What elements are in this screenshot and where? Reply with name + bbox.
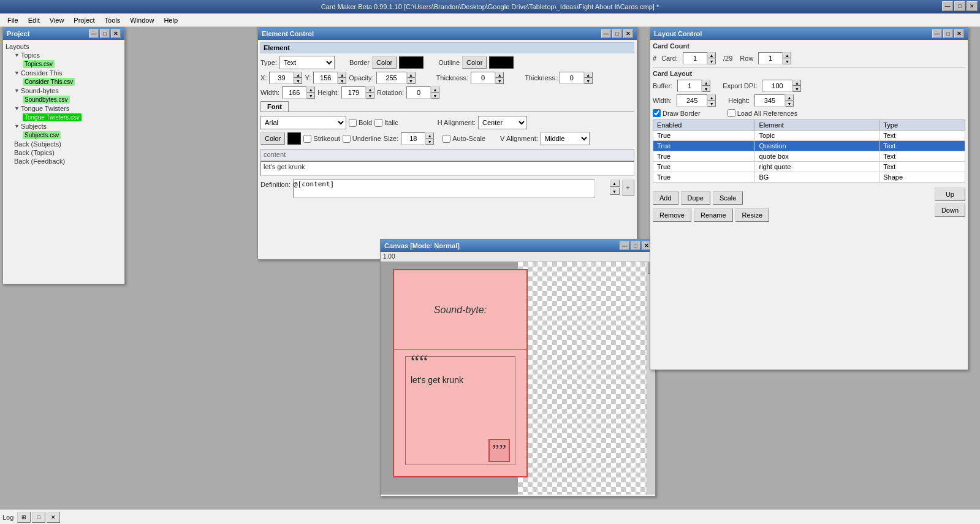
buffer-down-btn[interactable]: ▼ xyxy=(702,86,710,92)
sidebar-item-soundbytes[interactable]: ▼ Sound-bytes xyxy=(14,86,122,95)
export-dpi-up-btn[interactable]: ▲ xyxy=(792,80,801,86)
element-max-btn[interactable]: □ xyxy=(612,29,622,38)
size-down-btn[interactable]: ▼ xyxy=(425,139,434,145)
menu-help[interactable]: Help xyxy=(159,15,183,25)
close-button[interactable]: ✕ xyxy=(967,1,978,11)
table-row[interactable]: True quote box Text xyxy=(653,151,965,162)
table-row[interactable]: True right quote Text xyxy=(653,162,965,172)
card-num-down-btn[interactable]: ▼ xyxy=(707,58,716,64)
log-btn2[interactable]: □ xyxy=(32,512,45,523)
x-input[interactable] xyxy=(269,72,294,84)
size-up-btn[interactable]: ▲ xyxy=(425,132,434,139)
layout-height-up-btn[interactable]: ▲ xyxy=(785,94,794,101)
rotation-up-btn[interactable]: ▲ xyxy=(431,86,439,93)
project-close-btn[interactable]: ✕ xyxy=(111,29,121,38)
height-input[interactable] xyxy=(341,86,366,99)
sidebar-item-back-feedback[interactable]: Back (Feedback) xyxy=(14,157,122,165)
row-input[interactable] xyxy=(758,52,783,64)
rename-button[interactable]: Rename xyxy=(694,208,733,222)
export-dpi-input[interactable] xyxy=(762,80,792,92)
border-thickness-input[interactable] xyxy=(471,72,495,84)
rotation-down-btn[interactable]: ▼ xyxy=(431,93,439,99)
sidebar-item-back-subjects[interactable]: Back (Subjects) xyxy=(14,140,122,148)
buffer-input[interactable] xyxy=(677,80,702,92)
up-button[interactable]: Up xyxy=(935,188,965,201)
definition-down-btn[interactable]: ▼ xyxy=(610,188,620,195)
border-color-swatch[interactable] xyxy=(399,56,424,69)
autoscale-checkbox[interactable] xyxy=(443,135,450,143)
rotation-input[interactable] xyxy=(406,86,431,99)
menu-edit[interactable]: Edit xyxy=(23,15,45,25)
maximize-button[interactable]: □ xyxy=(954,1,965,11)
border-color-button[interactable]: Color xyxy=(372,56,397,69)
font-color-swatch[interactable] xyxy=(287,132,301,145)
y-down-btn[interactable]: ▼ xyxy=(338,78,346,84)
project-min-btn[interactable]: — xyxy=(89,29,99,38)
scale-button[interactable]: Scale xyxy=(713,191,743,205)
y-input[interactable] xyxy=(313,72,338,84)
down-button[interactable]: Down xyxy=(935,203,965,217)
layout-width-up-btn[interactable]: ▲ xyxy=(707,94,716,101)
buffer-up-btn[interactable]: ▲ xyxy=(702,80,710,86)
card-num-input[interactable] xyxy=(683,52,707,64)
layout-close-btn[interactable]: ✕ xyxy=(954,29,964,38)
type-select[interactable]: Text xyxy=(279,56,335,69)
layout-max-btn[interactable]: □ xyxy=(943,29,953,38)
width-down-btn[interactable]: ▼ xyxy=(306,93,315,99)
layout-height-down-btn[interactable]: ▼ xyxy=(785,101,794,107)
sidebar-item-topics-csv[interactable]: Topics.csv xyxy=(23,59,122,69)
sidebar-item-tongue-csv[interactable]: Tongue Twisters.csv xyxy=(23,113,122,122)
border-thickness-down-btn[interactable]: ▼ xyxy=(495,78,504,84)
row-up-btn[interactable]: ▲ xyxy=(783,52,791,58)
card-num-up-btn[interactable]: ▲ xyxy=(707,52,716,58)
export-dpi-down-btn[interactable]: ▼ xyxy=(792,86,801,92)
layout-width-input[interactable] xyxy=(677,94,707,107)
outline-color-swatch[interactable] xyxy=(489,56,514,69)
bold-checkbox[interactable] xyxy=(349,119,357,127)
definition-up-btn[interactable]: ▲ xyxy=(610,180,620,187)
outline-thickness-input[interactable] xyxy=(560,72,584,84)
draw-border-checkbox[interactable] xyxy=(653,109,661,117)
sidebar-item-subjects[interactable]: ▼ Subjects xyxy=(14,122,122,131)
width-up-btn[interactable]: ▲ xyxy=(306,86,315,93)
load-refs-checkbox[interactable] xyxy=(727,109,735,117)
menu-tools[interactable]: Tools xyxy=(100,15,126,25)
sidebar-item-soundbytes-csv[interactable]: Soundbytes.csv xyxy=(23,95,122,104)
strikeout-checkbox[interactable] xyxy=(303,135,311,143)
menu-file[interactable]: File xyxy=(2,15,23,25)
minimize-button[interactable]: — xyxy=(942,1,953,11)
outline-thickness-up-btn[interactable]: ▲ xyxy=(584,72,593,78)
resize-button[interactable]: Resize xyxy=(735,208,770,222)
layout-width-down-btn[interactable]: ▼ xyxy=(707,101,716,107)
italic-checkbox[interactable] xyxy=(374,119,382,127)
menu-window[interactable]: Window xyxy=(125,15,159,25)
element-min-btn[interactable]: — xyxy=(601,29,611,38)
definition-input[interactable] xyxy=(293,180,595,198)
table-row[interactable]: True Question Text xyxy=(653,141,965,151)
opacity-down-btn[interactable]: ▼ xyxy=(407,78,416,84)
sidebar-item-tongue[interactable]: ▼ Tongue Twisters xyxy=(14,104,122,113)
add-button[interactable]: Add xyxy=(653,191,678,205)
border-thickness-up-btn[interactable]: ▲ xyxy=(495,72,504,78)
height-up-btn[interactable]: ▲ xyxy=(366,86,374,93)
menu-view[interactable]: View xyxy=(45,15,69,25)
menu-project[interactable]: Project xyxy=(69,15,99,25)
row-down-btn[interactable]: ▼ xyxy=(783,58,791,64)
font-color-button[interactable]: Color xyxy=(260,132,285,145)
log-btn1[interactable]: ⊞ xyxy=(17,512,31,523)
x-down-btn[interactable]: ▼ xyxy=(294,78,302,84)
underline-checkbox[interactable] xyxy=(343,135,351,143)
sidebar-item-consider-csv[interactable]: Consider This.csv xyxy=(23,77,122,86)
layout-min-btn[interactable]: — xyxy=(932,29,942,38)
sidebar-item-subjects-csv[interactable]: Subjects.csv xyxy=(23,131,122,140)
log-close-btn[interactable]: ✕ xyxy=(47,512,60,523)
table-row[interactable]: True Topic Text xyxy=(653,131,965,141)
remove-button[interactable]: Remove xyxy=(653,208,691,222)
layout-height-input[interactable] xyxy=(754,94,785,107)
definition-plus-btn[interactable]: + xyxy=(622,180,634,196)
x-up-btn[interactable]: ▲ xyxy=(294,72,302,78)
element-close-btn[interactable]: ✕ xyxy=(623,29,633,38)
font-select[interactable]: Arial xyxy=(260,116,346,129)
v-align-select[interactable]: Middle xyxy=(541,132,590,145)
canvas-min-btn[interactable]: — xyxy=(620,241,629,250)
